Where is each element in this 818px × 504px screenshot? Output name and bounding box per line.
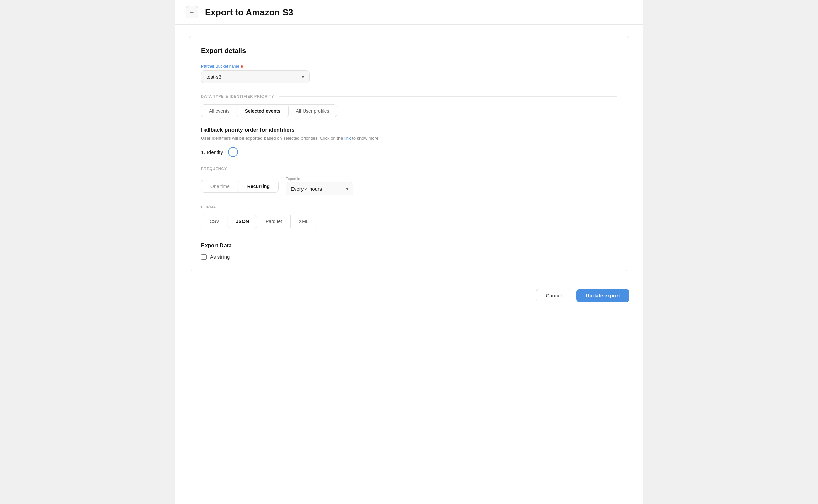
update-export-button[interactable]: Update export xyxy=(576,289,629,302)
data-type-divider xyxy=(279,96,617,97)
frequency-toggle-group: One time Recurring xyxy=(201,180,279,193)
fallback-link[interactable]: link xyxy=(344,136,351,141)
frequency-row: One time Recurring Export in Every 1 hou… xyxy=(201,177,617,195)
format-btn-json[interactable]: JSON xyxy=(228,215,257,228)
page-wrapper: ← Export to Amazon S3 Export details Par… xyxy=(175,0,643,504)
main-content: Export details Partner Bucket name test-… xyxy=(175,25,643,282)
export-in-select[interactable]: Every 1 hour Every 2 hours Every 4 hours… xyxy=(286,182,353,195)
export-data-divider xyxy=(201,236,617,236)
export-data-title: Export Data xyxy=(201,243,617,249)
tab-recurring[interactable]: Recurring xyxy=(238,180,278,192)
format-btn-csv[interactable]: CSV xyxy=(201,215,228,228)
format-btn-parquet[interactable]: Parquet xyxy=(257,215,291,228)
tab-all-user-profiles[interactable]: All User profiles xyxy=(289,105,337,117)
export-details-card: Export details Partner Bucket name test-… xyxy=(189,36,629,271)
identity-tag: 1. Identity xyxy=(201,149,223,155)
data-type-toggle-group: All events Selected events All User prof… xyxy=(201,104,337,117)
export-in-wrapper: Export in Every 1 hour Every 2 hours Eve… xyxy=(286,177,353,195)
fallback-title: Fallback priority order for identifiers xyxy=(201,127,617,133)
data-type-section-header: DATA TYPE & IDENTIFIER PRIORITY xyxy=(201,94,617,98)
format-label: FORMAT xyxy=(201,205,223,209)
footer: Cancel Update export xyxy=(175,282,643,309)
format-divider xyxy=(223,207,617,207)
export-in-label: Export in xyxy=(286,177,353,181)
fallback-description: User Identifiers will be exported based … xyxy=(201,136,617,141)
export-data-section-header xyxy=(201,236,617,236)
card-title: Export details xyxy=(201,47,617,55)
cancel-button[interactable]: Cancel xyxy=(536,289,571,302)
format-btn-xml[interactable]: XML xyxy=(291,215,317,228)
as-string-checkbox[interactable] xyxy=(201,254,207,260)
as-string-row: As string xyxy=(201,254,617,260)
frequency-divider xyxy=(232,169,617,169)
bucket-label: Partner Bucket name xyxy=(201,64,310,69)
header: ← Export to Amazon S3 xyxy=(175,0,643,25)
tab-one-time[interactable]: One time xyxy=(201,180,238,192)
back-button[interactable]: ← xyxy=(186,6,198,18)
add-identity-button[interactable]: + xyxy=(228,147,238,157)
tab-selected-events[interactable]: Selected events xyxy=(237,105,289,117)
bucket-select-wrapper: Partner Bucket name test-s3 prod-s3 stag… xyxy=(201,64,310,83)
page-title: Export to Amazon S3 xyxy=(205,7,293,18)
identity-row: 1. Identity + xyxy=(201,147,617,157)
data-type-label: DATA TYPE & IDENTIFIER PRIORITY xyxy=(201,94,279,98)
tab-all-events[interactable]: All events xyxy=(201,105,237,117)
as-string-label[interactable]: As string xyxy=(210,254,230,260)
format-toggle-group: CSV JSON Parquet XML xyxy=(201,215,317,228)
required-dot xyxy=(241,65,243,68)
frequency-label: FREQUENCY xyxy=(201,167,232,171)
format-section-header: FORMAT xyxy=(201,205,617,209)
frequency-section-header: FREQUENCY xyxy=(201,167,617,171)
bucket-select[interactable]: test-s3 prod-s3 staging-s3 xyxy=(201,70,310,83)
